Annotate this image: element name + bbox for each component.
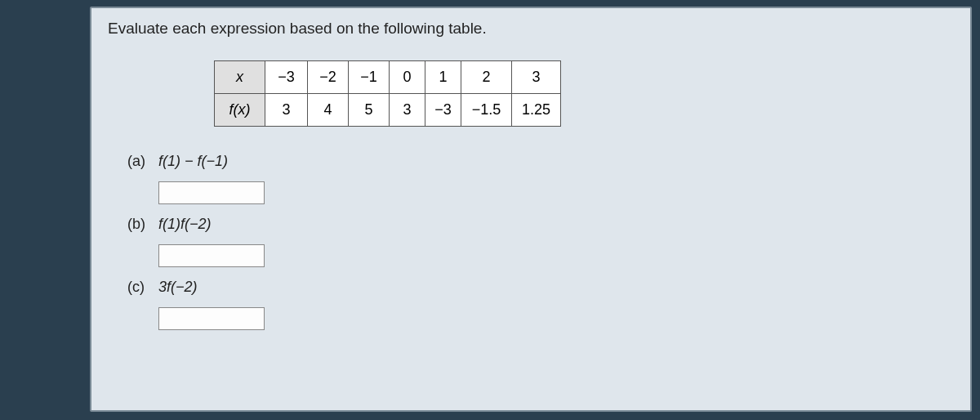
row-header-fx: f(x) — [215, 94, 265, 127]
table-row: f(x) 3 4 5 3 −3 −1.5 1.25 — [215, 94, 561, 127]
part-b-expression: f(1)f(−2) — [158, 216, 212, 233]
part-a-row: (a) f(1) − f(−1) — [127, 153, 954, 170]
table-cell: 3 — [265, 94, 308, 127]
parts-container: (a) f(1) − f(−1) (b) f(1)f(−2) (c) 3f(−2… — [127, 153, 954, 330]
part-c-answer-input[interactable] — [158, 307, 265, 330]
function-table-wrap: x −3 −2 −1 0 1 2 3 f(x) 3 4 5 3 −3 −1.5 … — [214, 60, 954, 127]
part-b-label: (b) — [127, 216, 158, 233]
part-c-expression: 3f(−2) — [158, 279, 198, 296]
table-cell: 1.25 — [512, 94, 561, 127]
part-c: (c) 3f(−2) — [127, 279, 954, 330]
table-cell: 3 — [512, 61, 561, 94]
part-c-row: (c) 3f(−2) — [127, 279, 954, 296]
table-cell: −2 — [308, 61, 349, 94]
table-cell: 1 — [425, 61, 461, 94]
table-cell: −1.5 — [461, 94, 512, 127]
part-a-answer-input[interactable] — [158, 181, 265, 204]
table-cell: −3 — [265, 61, 308, 94]
question-panel: Evaluate each expression based on the fo… — [90, 7, 972, 412]
table-cell: −3 — [425, 94, 461, 127]
table-cell: −1 — [349, 61, 390, 94]
table-cell: 2 — [461, 61, 512, 94]
table-cell: 4 — [308, 94, 349, 127]
part-a-label: (a) — [127, 153, 158, 170]
question-prompt: Evaluate each expression based on the fo… — [108, 20, 954, 38]
part-a-expression: f(1) − f(−1) — [158, 153, 228, 170]
part-b-answer-input[interactable] — [158, 244, 265, 267]
table-cell: 0 — [390, 61, 425, 94]
table-cell: 5 — [349, 94, 390, 127]
row-header-x: x — [215, 61, 265, 94]
table-row: x −3 −2 −1 0 1 2 3 — [215, 61, 561, 94]
part-b: (b) f(1)f(−2) — [127, 216, 954, 267]
part-c-label: (c) — [127, 279, 158, 296]
table-cell: 3 — [390, 94, 425, 127]
part-a: (a) f(1) − f(−1) — [127, 153, 954, 204]
function-table: x −3 −2 −1 0 1 2 3 f(x) 3 4 5 3 −3 −1.5 … — [214, 60, 561, 127]
part-b-row: (b) f(1)f(−2) — [127, 216, 954, 233]
